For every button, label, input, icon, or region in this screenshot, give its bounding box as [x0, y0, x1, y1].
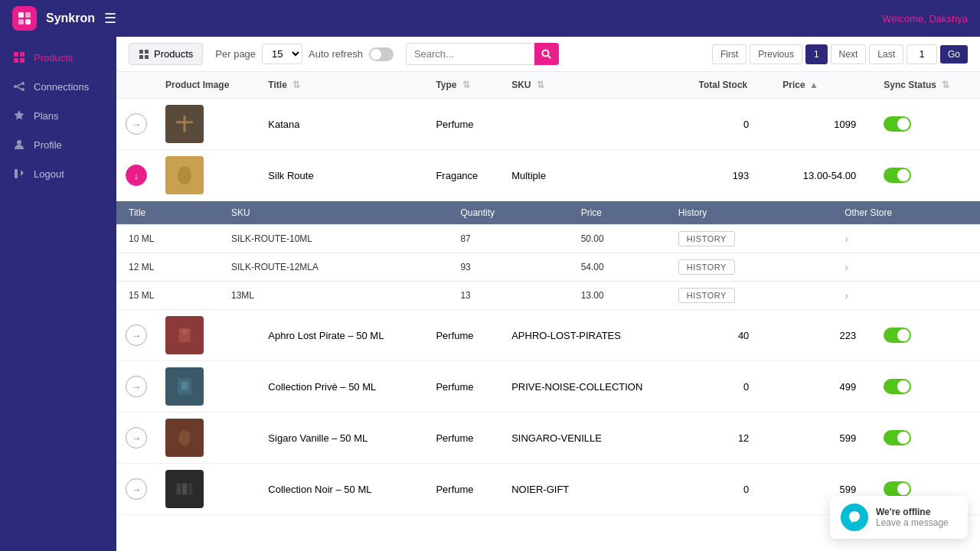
sync-toggle[interactable]: [884, 116, 911, 132]
row-sku-cell: PRIVE-NOISE-COLLECTION: [502, 361, 689, 412]
variant-other-store: ›: [832, 282, 980, 310]
chat-subtitle: Leave a message: [876, 517, 949, 528]
row-stock-cell: 12: [689, 412, 773, 464]
variant-title: 10 ML: [116, 225, 219, 253]
table-area: Product Image Title ⇅ Type ⇅ SKU ⇅: [116, 72, 980, 551]
row-sync-cell: [874, 361, 980, 412]
variant-col-qty: Quantity: [448, 201, 568, 225]
variant-other-store: ›: [832, 225, 980, 253]
svg-point-10: [21, 88, 24, 91]
variant-sku: SILK-ROUTE-12MLA: [219, 253, 448, 282]
row-title-cell: Katana: [259, 99, 426, 150]
other-store-arrow[interactable]: ›: [844, 261, 848, 273]
welcome-text[interactable]: Welcome, Dakshya: [882, 13, 968, 24]
variant-col-sku: SKU: [219, 201, 448, 225]
expand-arrow-button[interactable]: →: [126, 113, 147, 135]
expand-arrow-button[interactable]: →: [126, 324, 147, 346]
row-sync-cell: [874, 99, 980, 150]
svg-point-8: [14, 85, 17, 88]
variant-qty: 93: [448, 253, 568, 282]
row-arrow-cell: →: [116, 464, 156, 515]
expand-arrow-button[interactable]: ↓: [126, 165, 147, 186]
table-row: → Collection Privè – 50 ML Perfume: [116, 361, 980, 412]
sync-toggle[interactable]: [884, 168, 911, 183]
page-number-input[interactable]: [906, 44, 937, 64]
svg-rect-30: [188, 484, 193, 495]
history-button[interactable]: HISTORY: [678, 259, 735, 275]
sync-toggle[interactable]: [884, 481, 911, 497]
sidebar-connections-label: Connections: [34, 81, 89, 93]
sidebar-item-products[interactable]: Products: [0, 43, 116, 72]
row-price-cell: 599: [773, 412, 874, 464]
row-title-cell: Sigaro Vanille – 50 ML: [259, 412, 426, 464]
expand-arrow-button[interactable]: →: [126, 478, 147, 500]
variant-qty: 13: [448, 282, 568, 310]
row-title-cell: Collection Noir – 50 ML: [259, 464, 426, 515]
app-logo-text: Synkron: [46, 11, 95, 25]
svg-point-27: [179, 430, 191, 446]
col-arrow: [116, 72, 156, 99]
list-item: 15 ML 13ML 13 13.00 HISTORY ›: [116, 282, 980, 310]
sidebar-item-connections[interactable]: Connections: [0, 72, 116, 101]
svg-rect-14: [139, 50, 143, 54]
go-button[interactable]: Go: [940, 45, 968, 64]
first-page-button[interactable]: First: [712, 44, 746, 64]
sidebar-item-plans[interactable]: Plans: [0, 101, 116, 130]
svg-rect-6: [14, 58, 18, 63]
current-page-button[interactable]: 1: [805, 44, 828, 64]
expand-arrow-button[interactable]: →: [126, 427, 147, 448]
per-page-label: Per page: [215, 48, 256, 60]
sync-toggle[interactable]: [884, 328, 911, 343]
svg-rect-16: [139, 55, 143, 59]
row-stock-cell: 193: [689, 150, 773, 201]
row-sku-cell: Multiple: [502, 150, 689, 201]
products-toolbar-label: Products: [154, 48, 193, 60]
navbar-left: Synkron ☰: [12, 6, 116, 31]
other-store-arrow[interactable]: ›: [844, 233, 848, 245]
variant-price: 54.00: [569, 253, 666, 282]
previous-page-button[interactable]: Previous: [750, 44, 802, 64]
main-content: Products Per page 15 25 50 Auto refresh: [116, 37, 980, 551]
svg-rect-3: [25, 19, 31, 24]
row-title-cell: Collection Privè – 50 ML: [259, 361, 426, 412]
per-page-select[interactable]: 15 25 50: [262, 44, 302, 64]
next-page-button[interactable]: Next: [831, 44, 867, 64]
variant-qty: 87: [448, 225, 568, 253]
search-button[interactable]: [534, 43, 559, 65]
svg-rect-26: [181, 382, 188, 390]
chat-title: We're offline: [876, 507, 949, 517]
other-store-arrow[interactable]: ›: [844, 289, 848, 302]
sidebar-item-profile[interactable]: Profile: [0, 130, 116, 159]
svg-point-22: [178, 166, 191, 184]
history-button[interactable]: HISTORY: [678, 231, 735, 246]
history-button[interactable]: HISTORY: [678, 288, 735, 303]
table-row: → Sigaro Vanille – 50 ML Perfume SINGARO…: [116, 412, 980, 464]
svg-rect-4: [14, 52, 18, 57]
row-price-cell: 223: [773, 310, 874, 361]
row-title-cell: Silk Route: [259, 150, 426, 201]
products-toolbar-button[interactable]: Products: [129, 43, 203, 65]
svg-rect-29: [182, 484, 187, 495]
row-image-cell: [156, 361, 259, 412]
sync-toggle[interactable]: [884, 430, 911, 445]
col-product-image: Product Image: [156, 72, 259, 99]
menu-button[interactable]: ☰: [104, 10, 116, 27]
toolbar: Products Per page 15 25 50 Auto refresh: [116, 37, 980, 72]
svg-rect-5: [20, 52, 24, 57]
row-sku-cell: APHRO-LOST-PIRATES: [502, 310, 689, 361]
chat-widget[interactable]: We're offline Leave a message: [830, 496, 968, 539]
variant-history: HISTORY: [666, 282, 832, 310]
variant-table: Title SKU Quantity Price History Other S…: [116, 201, 980, 309]
row-image-cell: [156, 310, 259, 361]
sidebar-item-logout[interactable]: Logout: [0, 159, 116, 188]
variant-title: 15 ML: [116, 282, 219, 310]
row-image-cell: [156, 99, 259, 150]
sync-toggle[interactable]: [884, 379, 911, 394]
variant-history: HISTORY: [666, 225, 832, 253]
row-type-cell: Perfume: [426, 99, 502, 150]
row-stock-cell: 0: [689, 464, 773, 515]
last-page-button[interactable]: Last: [869, 44, 903, 64]
auto-refresh-toggle[interactable]: [369, 47, 394, 61]
variant-history: HISTORY: [666, 253, 832, 282]
expand-arrow-button[interactable]: →: [126, 376, 147, 397]
